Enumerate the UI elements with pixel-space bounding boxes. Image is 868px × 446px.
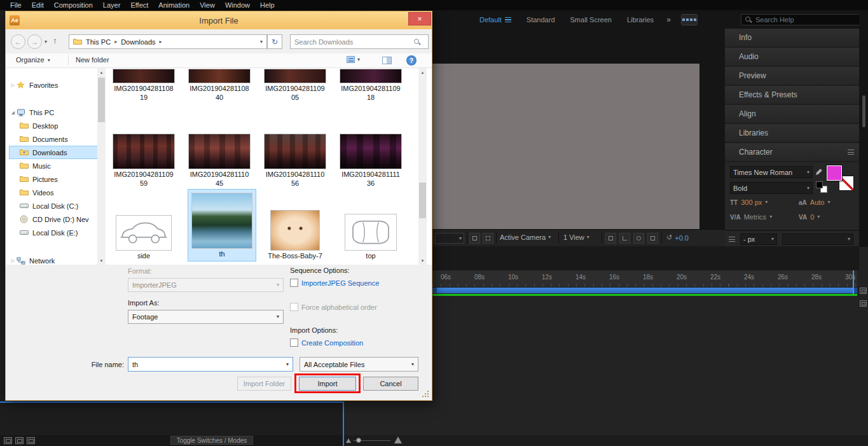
- new-folder-button[interactable]: New folder: [76, 56, 109, 64]
- sidebar-item-documents[interactable]: Documents: [10, 133, 97, 145]
- sidebar-item-music[interactable]: Music: [10, 160, 97, 172]
- region-of-interest-icon[interactable]: [469, 233, 480, 244]
- work-area-bar[interactable]: [432, 288, 857, 293]
- empty-dropdown[interactable]: ▾: [782, 233, 853, 245]
- create-composition-label[interactable]: Create Composition: [301, 339, 363, 347]
- menu-file[interactable]: File: [5, 1, 27, 9]
- tab-workspace-libraries[interactable]: Libraries: [619, 16, 661, 24]
- zoom-in-icon[interactable]: [394, 436, 402, 443]
- sidebar-item-videos[interactable]: Videos: [10, 186, 97, 199]
- menu-effect[interactable]: Effect: [125, 1, 153, 9]
- resize-grip[interactable]: [427, 396, 429, 397]
- up-one-level-button[interactable]: ↑: [53, 36, 57, 45]
- fill-color-swatch[interactable]: [827, 165, 842, 181]
- menu-window[interactable]: Window: [220, 1, 255, 9]
- kerning-control[interactable]: V/A Metrics ▾: [730, 213, 772, 221]
- forward-button[interactable]: →: [27, 34, 42, 49]
- scrollbar-thumb[interactable]: [98, 78, 105, 122]
- expander-icon[interactable]: ◢: [10, 110, 17, 115]
- file-item[interactable]: IMG20190428110819: [109, 69, 179, 102]
- workspace-overflow-icon[interactable]: »: [661, 15, 676, 24]
- font-family-dropdown[interactable]: Times New Roman ▾: [730, 166, 813, 178]
- create-composition-checkbox[interactable]: [290, 338, 298, 347]
- menu-view[interactable]: View: [195, 1, 220, 9]
- snapshot-camera-icon[interactable]: [633, 233, 644, 244]
- scroll-down-icon[interactable]: ▼: [97, 256, 106, 265]
- caret-down-icon[interactable]: ▾: [286, 362, 289, 367]
- panel-libraries[interactable]: Libraries: [725, 124, 859, 142]
- file-type-dropdown[interactable]: All Acceptable Files ▾: [300, 357, 418, 372]
- menu-help[interactable]: Help: [255, 1, 280, 9]
- current-time-indicator[interactable]: [853, 270, 854, 294]
- dialog-titlebar[interactable]: Ae Import File ×: [6, 11, 432, 29]
- file-item[interactable]: IMG20190428110918: [336, 69, 406, 102]
- caret-down-icon[interactable]: ▾: [817, 214, 820, 220]
- workspace-menu-icon[interactable]: [505, 17, 511, 22]
- expand-layer-switches-icon[interactable]: [4, 437, 12, 444]
- tracking-value[interactable]: 0: [810, 213, 814, 221]
- file-item[interactable]: side: [109, 216, 179, 260]
- expander-icon[interactable]: ▷: [10, 258, 17, 263]
- pixel-aspect-icon[interactable]: [605, 233, 616, 244]
- help-button[interactable]: ?: [406, 55, 417, 66]
- zoom-slider-handle[interactable]: [356, 438, 361, 443]
- caret-down-icon[interactable]: ▾: [765, 200, 768, 205]
- caret-down-icon[interactable]: ▾: [769, 214, 772, 220]
- file-item[interactable]: The-Boss-Baby-7: [260, 211, 330, 260]
- panel-audio[interactable]: Audio: [725, 48, 859, 66]
- sidebar-scrollbar[interactable]: ▲ ▼: [97, 68, 106, 265]
- address-bar[interactable]: This PC ▸ Downloads ▸ ▾: [69, 34, 267, 49]
- show-snapshot-icon[interactable]: [647, 233, 658, 244]
- rulers-icon[interactable]: [619, 233, 630, 244]
- sidebar-item-cd-drive-d[interactable]: CD Drive (D:) Nev: [10, 213, 97, 225]
- panel-info[interactable]: Info: [725, 29, 859, 46]
- transparency-grid-icon[interactable]: [483, 233, 493, 244]
- zoom-out-icon[interactable]: [346, 438, 351, 443]
- search-downloads-field[interactable]: Search Downloads: [290, 34, 429, 49]
- file-list-scrollbar[interactable]: ▲ ▼: [418, 68, 427, 265]
- tab-workspace-small-screen[interactable]: Small Screen: [563, 16, 619, 24]
- panel-effects-presets[interactable]: Effects & Presets: [725, 86, 859, 104]
- menu-composition[interactable]: Composition: [49, 1, 98, 9]
- exposure-control[interactable]: ↺ +0.0: [666, 233, 689, 242]
- file-item[interactable]: IMG20190428111056: [260, 134, 330, 188]
- chevron-right-icon[interactable]: ▸: [160, 39, 162, 45]
- organize-menu[interactable]: Organize ▾: [16, 56, 50, 64]
- file-item[interactable]: IMG20190428110840: [184, 69, 254, 102]
- eyedropper-icon[interactable]: [815, 167, 823, 178]
- tab-workspace-standard[interactable]: Standard: [519, 16, 563, 24]
- address-dropdown-icon[interactable]: ▾: [260, 39, 263, 45]
- sidebar-item-desktop[interactable]: Desktop: [10, 120, 97, 132]
- right-scrollbar-thumb[interactable]: [862, 95, 865, 127]
- tab-workspace-default[interactable]: Default: [472, 16, 519, 24]
- kerning-value[interactable]: Metrics: [744, 213, 766, 221]
- camera-view-dropdown[interactable]: Active Camera ▾: [500, 233, 551, 241]
- sidebar-item-pictures[interactable]: Pictures: [10, 173, 97, 185]
- chevron-right-icon[interactable]: ▸: [114, 39, 117, 45]
- leading-control[interactable]: aA Auto ▾: [799, 199, 830, 206]
- view-layout-dropdown[interactable]: 1 View ▾: [563, 233, 589, 241]
- font-size-control[interactable]: TT 300 px ▾: [730, 199, 768, 206]
- file-name-input[interactable]: th ▾: [128, 357, 293, 372]
- panel-preview[interactable]: Preview: [725, 67, 859, 85]
- sidebar-item-network[interactable]: ▷ Network: [10, 254, 97, 267]
- expand-in-out-icon[interactable]: [27, 437, 35, 444]
- file-item[interactable]: IMG20190428111136: [336, 134, 406, 188]
- preview-pane-button[interactable]: [382, 57, 392, 66]
- back-button[interactable]: ←: [11, 34, 25, 49]
- composition-canvas[interactable]: [432, 64, 699, 229]
- workspace-switcher-icon[interactable]: [681, 14, 698, 25]
- magnification-dropdown[interactable]: ▾: [435, 233, 464, 244]
- sidebar-item-local-disk-c[interactable]: Local Disk (C:): [10, 200, 97, 212]
- comp-marker-icon[interactable]: [860, 300, 867, 307]
- font-size-value[interactable]: 300 px: [741, 199, 762, 206]
- search-help-field[interactable]: Search Help: [741, 14, 862, 25]
- scroll-up-icon[interactable]: ▲: [418, 68, 427, 76]
- refresh-button[interactable]: ↻: [267, 34, 282, 49]
- comp-mini-flowchart-icon[interactable]: [860, 288, 867, 294]
- menu-animation[interactable]: Animation: [153, 1, 195, 9]
- cancel-button[interactable]: Cancel: [363, 377, 418, 391]
- recent-locations-dropdown-icon[interactable]: ▾: [45, 39, 47, 45]
- file-item[interactable]: IMG20190428110959: [109, 134, 179, 188]
- breadcrumb-downloads[interactable]: Downloads: [121, 38, 155, 46]
